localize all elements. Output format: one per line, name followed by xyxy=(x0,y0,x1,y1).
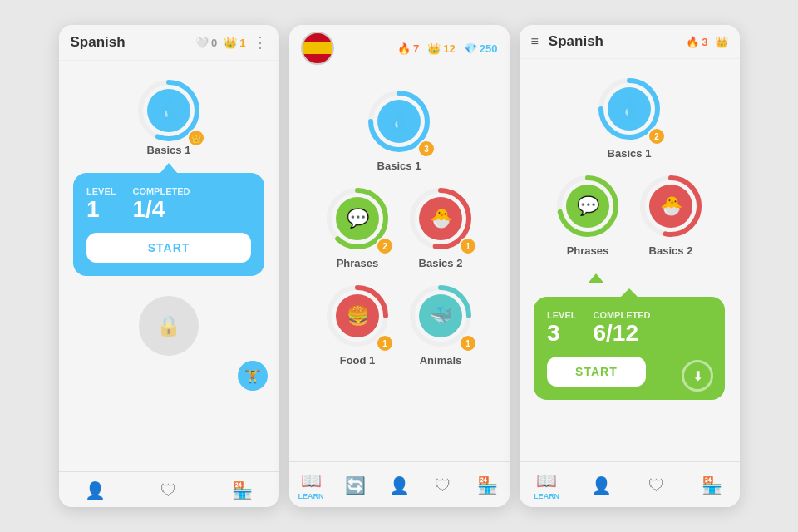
screen3-content: 💧 2 Basics 1 💬 Phrases xyxy=(520,59,740,461)
completed-value: 1/4 xyxy=(132,196,190,223)
crown-stat-2: 👑 12 xyxy=(427,42,455,55)
shop-icon: 🏪 xyxy=(232,480,253,500)
s2-phrases[interactable]: 💬 2 Phrases xyxy=(324,185,391,269)
basics1-skill[interactable]: 💧 👑 xyxy=(135,77,202,144)
s2-animals-label: Animals xyxy=(420,354,462,367)
header-stats-1: 🤍 0 👑 1 ⋮ xyxy=(195,33,267,52)
nav-shop-2[interactable]: 🏪 xyxy=(469,475,505,495)
level-stat-3: Level 3 xyxy=(547,310,576,347)
hearts-value: 0 xyxy=(211,37,217,49)
level-label-3: Level xyxy=(547,310,576,320)
menu-dots[interactable]: ⋮ xyxy=(253,33,268,52)
crown-icon-2: 👑 xyxy=(427,42,441,55)
download-button[interactable]: ⬇ xyxy=(682,360,713,392)
shop-icon-3: 🏪 xyxy=(702,475,722,495)
s2-animals-icon: 🐳 xyxy=(419,294,462,337)
gem-icon-2: 💎 xyxy=(464,42,477,55)
s3-basics1-icon: 💧 xyxy=(608,87,651,131)
nav-shop-1[interactable]: 🏪 xyxy=(224,480,260,500)
s2-phrases-badge: 2 xyxy=(376,237,394,255)
s2-food1-badge: 1 xyxy=(376,334,394,352)
s2-food1-label: Food 1 xyxy=(340,354,376,367)
basics1-badge: 👑 xyxy=(187,129,205,147)
s2-basics1-badge: 3 xyxy=(417,140,436,158)
heart-icon: 🤍 xyxy=(195,37,209,49)
s2-animals-badge: 1 xyxy=(459,334,477,352)
s2-skills-row2: 🍔 1 Food 1 🐳 1 Animals xyxy=(324,283,474,367)
level-label: Level xyxy=(86,186,116,196)
nav-learn-2[interactable]: 📖 LEARN xyxy=(293,470,329,500)
s3-basics1-badge: 2 xyxy=(648,127,666,145)
s2-basics1-label: Basics 1 xyxy=(377,160,421,172)
nav-shop-3[interactable]: 🏪 xyxy=(693,475,730,495)
s3-basics1[interactable]: 💧 2 Basics 1 xyxy=(596,76,663,160)
crown-icon-3: 👑 xyxy=(715,36,728,48)
header-1: Spanish 🤍 0 👑 1 ⋮ xyxy=(59,25,279,61)
popup-arrow-3 xyxy=(588,273,604,283)
s3-skills-row1: 💬 Phrases 🐣 Basics 2 xyxy=(554,173,704,257)
profile-icon-3: 👤 xyxy=(591,475,612,495)
nav-profile-3[interactable]: 👤 xyxy=(584,475,620,495)
nav-shield-2[interactable]: 🛡 xyxy=(425,476,461,495)
nav-profile-1[interactable]: 👤 xyxy=(77,480,114,500)
header-3: ≡ Spanish 🔥 3 👑 xyxy=(520,25,740,59)
s2-basics2[interactable]: 🐣 1 Basics 2 xyxy=(407,185,474,269)
completed-label: Completed xyxy=(132,186,190,196)
start-button-1[interactable]: START xyxy=(86,233,251,263)
s2-animals[interactable]: 🐳 1 Animals xyxy=(407,283,474,367)
s2-basics2-label: Basics 2 xyxy=(419,257,463,269)
learn-icon: 📖 xyxy=(301,470,322,490)
s2-phrases-label: Phrases xyxy=(337,257,379,269)
basics1-icon: 💧 xyxy=(147,89,190,132)
nav-practice-2[interactable]: 🔄 xyxy=(337,475,373,495)
shop-icon-2: 🏪 xyxy=(477,475,498,495)
screen3-title: Spanish xyxy=(549,33,679,50)
s3-basics2[interactable]: 🐣 Basics 2 xyxy=(638,173,704,257)
locked-circle: 🔒 xyxy=(139,296,199,356)
shield-icon-3: 🛡 xyxy=(648,476,665,495)
crown-value-2: 12 xyxy=(443,42,455,55)
learn-icon-3: 📖 xyxy=(536,470,557,490)
level-value: 1 xyxy=(86,196,116,223)
dumbbell-section: 🏋 xyxy=(67,369,271,386)
popup-card-1: Level 1 Completed 1/4 START xyxy=(73,173,264,276)
s2-basics1-icon: 💧 xyxy=(377,100,421,143)
shield-icon: 🛡 xyxy=(160,481,177,500)
s3-basics1-label: Basics 1 xyxy=(608,147,652,160)
s2-food1-icon: 🍔 xyxy=(336,294,379,337)
popup-stats: Level 1 Completed 1/4 xyxy=(86,186,251,223)
hamburger-icon[interactable]: ≡ xyxy=(531,34,539,49)
completed-stat: Completed 1/4 xyxy=(132,186,190,223)
hearts-stat: 🤍 0 xyxy=(195,37,217,49)
nav-profile-2[interactable]: 👤 xyxy=(381,475,417,495)
s2-basics1[interactable]: 💧 3 Basics 1 xyxy=(366,88,432,172)
shield-icon-2: 🛡 xyxy=(435,476,451,495)
nav-shield-3[interactable]: 🛡 xyxy=(638,476,675,495)
header-2: 🔥 7 👑 12 💎 250 xyxy=(289,25,510,71)
learn-label: LEARN xyxy=(298,492,324,500)
profile-icon-2: 👤 xyxy=(389,475,410,495)
phone-screen-2: 🔥 7 👑 12 💎 250 xyxy=(289,25,510,507)
fire-icon-2: 🔥 xyxy=(397,42,411,55)
header-stats-3: 🔥 3 👑 xyxy=(686,36,727,48)
nav-shield-1[interactable]: 🛡 xyxy=(150,481,187,500)
profile-icon: 👤 xyxy=(85,480,106,500)
basics1-section: 💧 👑 Basics 1 Level 1 Complet xyxy=(73,77,264,276)
s3-phrases-label: Phrases xyxy=(567,244,609,257)
dumbbell-button[interactable]: 🏋 xyxy=(238,361,268,391)
s3-phrases[interactable]: 💬 Phrases xyxy=(554,173,621,257)
s2-skills-row1: 💬 2 Phrases 🐣 1 Basics 2 xyxy=(324,185,474,269)
start-button-3[interactable]: START xyxy=(547,357,646,387)
bottom-nav-3: 📖 Learn 👤 🛡 🏪 xyxy=(520,461,740,507)
crown-icon: 👑 xyxy=(224,37,237,49)
s3-phrases-icon: 💬 xyxy=(566,185,609,228)
nav-learn-3[interactable]: 📖 Learn xyxy=(529,470,565,500)
crowns-value: 1 xyxy=(239,37,245,49)
screen1-content: 💧 👑 Basics 1 Level 1 Complet xyxy=(59,61,279,471)
s2-food1[interactable]: 🍔 1 Food 1 xyxy=(324,283,391,367)
basics1-label: Basics 1 xyxy=(147,144,191,156)
fire-value-3: 3 xyxy=(702,36,707,48)
phone-screen-1: Spanish 🤍 0 👑 1 ⋮ xyxy=(59,25,279,507)
completed-value-3: 6/12 xyxy=(593,320,650,347)
s3-basics2-label: Basics 2 xyxy=(649,244,693,257)
